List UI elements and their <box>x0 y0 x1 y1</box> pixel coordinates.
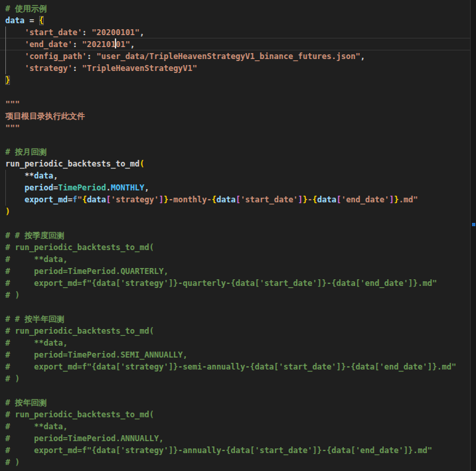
code-token-cm: # **data, <box>5 338 68 348</box>
code-line[interactable]: export_md=f"{data['strategy']}-monthly-{… <box>0 194 471 206</box>
code-line[interactable]: # **data, <box>0 253 471 265</box>
indent-guide <box>5 194 6 206</box>
code-token-cm: # period=TimePeriod.ANNUALLY, <box>5 434 163 443</box>
code-line[interactable]: # period=TimePeriod.ANNUALLY, <box>0 433 471 444</box>
code-line[interactable] <box>0 218 471 230</box>
code-line[interactable]: # ) <box>0 373 471 385</box>
code-line[interactable]: } <box>0 74 471 86</box>
code-token-tx <box>5 64 25 73</box>
code-token-pk: ] <box>159 195 163 204</box>
indent-guide <box>5 38 6 50</box>
code-token-tx: : <box>72 64 82 73</box>
code-token-pk: ] <box>298 195 303 204</box>
code-token-st: 'strategy' <box>25 64 72 73</box>
code-line[interactable]: data = { <box>0 15 471 27</box>
code-token-cm: # export_md=f"{data['strategy']}-quarter… <box>5 279 437 288</box>
code-line[interactable]: period=TimePeriod.MONTHLY, <box>0 182 471 194</box>
code-token-br: ( <box>139 159 144 168</box>
code-line[interactable]: # # 按季度回测 <box>0 230 471 241</box>
code-line[interactable]: 项目根目录执行此文件 <box>0 110 471 122</box>
code-line[interactable]: # **data, <box>0 337 471 349</box>
code-token-tx: , <box>130 40 135 49</box>
code-token-st: "202101 <box>82 40 116 49</box>
code-token-tx: . <box>106 183 111 192</box>
code-line[interactable]: **data, <box>0 170 471 182</box>
code-token-tx <box>5 195 25 204</box>
code-token-cm: # run_periodic_backtests_to_md( <box>5 410 154 419</box>
code-token-va: data <box>317 195 337 204</box>
code-token-cm: # run_periodic_backtests_to_md( <box>5 326 154 336</box>
code-token-cm: # 使用示例 <box>5 4 46 13</box>
code-line[interactable]: 'start_date': "20200101", <box>0 27 471 38</box>
code-token-tx <box>5 52 25 61</box>
code-token-pk: [ <box>337 195 341 204</box>
code-line[interactable]: ) <box>0 206 471 218</box>
code-area[interactable]: # 使用示例data = { 'start_date': "20200101",… <box>0 3 471 468</box>
code-token-tx <box>5 40 25 49</box>
code-token-cm: # ) <box>5 291 20 300</box>
code-token-co: MONTHLY <box>111 183 145 192</box>
code-token-st: "TripleHeavenStrategyV1" <box>82 64 197 73</box>
code-token-br: ) <box>5 207 10 216</box>
code-editor[interactable]: # 使用示例data = { 'start_date': "20200101",… <box>0 0 471 471</box>
code-line[interactable]: # 按年回测 <box>0 397 471 409</box>
code-token-cm: # # 按季度回测 <box>5 231 64 240</box>
code-line[interactable]: run_periodic_backtests_to_md( <box>0 158 471 170</box>
indent-guide <box>5 62 6 74</box>
code-line[interactable] <box>0 134 471 146</box>
code-line[interactable]: """ <box>0 122 471 134</box>
matched-bracket: } <box>5 76 10 85</box>
code-token-st: """ <box>5 100 20 109</box>
code-token-va: data <box>216 195 236 204</box>
code-token-st: 'start_date' <box>25 28 82 37</box>
code-token-tx: = <box>25 16 39 25</box>
code-line[interactable]: # export_md=f"{data['strategy']}-semi-an… <box>0 361 471 373</box>
code-token-tx <box>5 28 25 37</box>
indent-guide <box>5 50 6 62</box>
code-line[interactable] <box>0 385 471 397</box>
indent-guide <box>5 170 6 182</box>
code-token-cm: # run_periodic_backtests_to_md( <box>5 243 154 252</box>
code-token-cm: # export_md=f"{data['strategy']}-annuall… <box>5 446 432 455</box>
code-line[interactable]: """ <box>0 98 471 110</box>
code-line[interactable]: # run_periodic_backtests_to_md( <box>0 409 471 421</box>
code-token-cm: # # 按半年回测 <box>5 314 64 324</box>
code-line[interactable]: # run_periodic_backtests_to_md( <box>0 241 471 253</box>
code-token-st: .md" <box>399 195 418 204</box>
code-token-br: { <box>82 195 87 204</box>
code-line[interactable]: # export_md=f"{data['strategy']}-quarter… <box>0 277 471 289</box>
code-line[interactable]: # ) <box>0 456 471 468</box>
code-line[interactable] <box>0 86 471 98</box>
code-line[interactable]: # ) <box>0 289 471 301</box>
code-line[interactable]: # export_md=f"{data['strategy']}-annuall… <box>0 444 471 456</box>
code-token-st: 'strategy' <box>111 195 159 204</box>
scrollbar-overview-ruler[interactable] <box>470 0 476 471</box>
code-line[interactable]: 'config_path': "user_data/TripleHeavenSt… <box>0 50 471 62</box>
code-token-tx: : <box>87 52 96 61</box>
code-token-st: 'end_date' <box>341 195 389 204</box>
matched-bracket: { <box>39 16 44 25</box>
code-line[interactable]: # # 按半年回测 <box>0 313 471 325</box>
code-line[interactable]: # 按月回测 <box>0 146 471 158</box>
code-token-cm: # ) <box>5 374 20 383</box>
code-token-pk: [ <box>106 195 111 204</box>
code-token-st: 'end_date' <box>25 40 72 49</box>
code-line[interactable] <box>0 301 471 313</box>
indent-guide <box>5 27 6 38</box>
code-line[interactable]: # run_periodic_backtests_to_md( <box>0 325 471 337</box>
code-token-st: "user_data/TripleHeavenStrategyV1_binanc… <box>96 52 360 61</box>
code-line[interactable]: # period=TimePeriod.SEMI_ANNUALLY, <box>0 349 471 361</box>
code-token-st: " <box>77 195 82 204</box>
code-token-st: "20200101" <box>92 28 139 37</box>
code-token-st: - <box>307 195 312 204</box>
code-line[interactable]: # 使用示例 <box>0 3 471 15</box>
code-line[interactable]: # **data, <box>0 421 471 433</box>
code-token-st: """ <box>5 123 20 133</box>
code-token-br: { <box>212 195 216 204</box>
code-line[interactable]: 'strategy': "TripleHeavenStrategyV1" <box>0 62 471 74</box>
code-line[interactable]: 'end_date': "20210101", <box>0 38 471 50</box>
code-line[interactable]: # period=TimePeriod.QUARTERLY, <box>0 265 471 277</box>
code-token-va: data <box>34 171 53 180</box>
code-token-cm: # period=TimePeriod.SEMI_ANNUALLY, <box>5 350 188 360</box>
code-token-st: 'start_date' <box>240 195 298 204</box>
